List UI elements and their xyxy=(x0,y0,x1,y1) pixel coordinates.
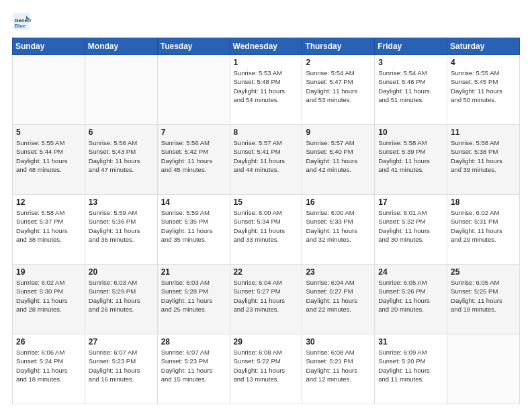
calendar-week-row: 5Sunrise: 5:55 AM Sunset: 5:44 PM Daylig… xyxy=(13,125,520,195)
calendar-cell: 10Sunrise: 5:58 AM Sunset: 5:39 PM Dayli… xyxy=(375,125,447,195)
day-number: 31 xyxy=(378,337,443,347)
day-info: Sunrise: 6:05 AM Sunset: 5:26 PM Dayligh… xyxy=(378,278,443,314)
day-number: 1 xyxy=(234,58,299,67)
weekday-header-thursday: Thursday xyxy=(302,38,375,55)
calendar-cell xyxy=(13,55,85,125)
weekday-header-saturday: Saturday xyxy=(447,38,520,55)
day-info: Sunrise: 6:00 AM Sunset: 5:34 PM Dayligh… xyxy=(234,208,299,244)
day-info: Sunrise: 6:05 AM Sunset: 5:25 PM Dayligh… xyxy=(451,278,516,314)
calendar-cell: 28Sunrise: 6:07 AM Sunset: 5:23 PM Dayli… xyxy=(157,334,230,404)
day-number: 16 xyxy=(306,197,371,207)
calendar-cell: 16Sunrise: 6:00 AM Sunset: 5:33 PM Dayli… xyxy=(302,195,375,265)
day-info: Sunrise: 5:54 AM Sunset: 5:47 PM Dayligh… xyxy=(306,68,371,104)
day-info: Sunrise: 6:00 AM Sunset: 5:33 PM Dayligh… xyxy=(306,208,371,244)
day-number: 27 xyxy=(89,337,154,347)
day-info: Sunrise: 6:08 AM Sunset: 5:22 PM Dayligh… xyxy=(234,348,299,383)
weekday-header-sunday: Sunday xyxy=(13,38,85,55)
weekday-header-friday: Friday xyxy=(375,38,447,55)
calendar-cell: 15Sunrise: 6:00 AM Sunset: 5:34 PM Dayli… xyxy=(230,195,302,265)
calendar-cell: 11Sunrise: 5:58 AM Sunset: 5:38 PM Dayli… xyxy=(447,125,520,195)
header: General Blue xyxy=(12,12,520,31)
day-info: Sunrise: 5:54 AM Sunset: 5:46 PM Dayligh… xyxy=(378,68,443,104)
calendar-week-row: 1Sunrise: 5:53 AM Sunset: 5:48 PM Daylig… xyxy=(13,55,520,125)
weekday-header-row: SundayMondayTuesdayWednesdayThursdayFrid… xyxy=(13,38,520,55)
calendar-table: SundayMondayTuesdayWednesdayThursdayFrid… xyxy=(12,38,520,404)
day-info: Sunrise: 6:09 AM Sunset: 5:20 PM Dayligh… xyxy=(378,348,443,383)
calendar-week-row: 19Sunrise: 6:02 AM Sunset: 5:30 PM Dayli… xyxy=(13,265,520,334)
day-number: 13 xyxy=(89,197,154,207)
day-number: 6 xyxy=(89,128,154,137)
day-number: 18 xyxy=(451,197,516,207)
day-info: Sunrise: 6:04 AM Sunset: 5:27 PM Dayligh… xyxy=(306,278,371,314)
day-info: Sunrise: 6:07 AM Sunset: 5:23 PM Dayligh… xyxy=(161,348,226,383)
calendar-cell: 26Sunrise: 6:06 AM Sunset: 5:24 PM Dayli… xyxy=(13,334,85,404)
svg-text:Blue: Blue xyxy=(15,23,26,29)
day-info: Sunrise: 6:02 AM Sunset: 5:30 PM Dayligh… xyxy=(16,278,81,314)
calendar-cell: 5Sunrise: 5:55 AM Sunset: 5:44 PM Daylig… xyxy=(13,125,85,195)
day-info: Sunrise: 5:57 AM Sunset: 5:41 PM Dayligh… xyxy=(234,138,299,174)
day-number: 10 xyxy=(378,128,443,137)
calendar-cell: 17Sunrise: 6:01 AM Sunset: 5:32 PM Dayli… xyxy=(375,195,447,265)
day-number: 29 xyxy=(234,337,299,347)
logo-icon: General Blue xyxy=(12,12,31,31)
day-number: 21 xyxy=(161,267,226,277)
weekday-header-monday: Monday xyxy=(85,38,157,55)
day-info: Sunrise: 6:08 AM Sunset: 5:21 PM Dayligh… xyxy=(306,348,371,383)
calendar-cell: 27Sunrise: 6:07 AM Sunset: 5:23 PM Dayli… xyxy=(85,334,157,404)
day-number: 22 xyxy=(234,267,299,277)
calendar-cell: 19Sunrise: 6:02 AM Sunset: 5:30 PM Dayli… xyxy=(13,265,85,334)
calendar-cell: 7Sunrise: 5:56 AM Sunset: 5:42 PM Daylig… xyxy=(157,125,230,195)
day-number: 5 xyxy=(16,128,81,137)
calendar-cell: 2Sunrise: 5:54 AM Sunset: 5:47 PM Daylig… xyxy=(302,55,375,125)
calendar-week-row: 26Sunrise: 6:06 AM Sunset: 5:24 PM Dayli… xyxy=(13,334,520,404)
calendar-cell: 6Sunrise: 5:56 AM Sunset: 5:43 PM Daylig… xyxy=(85,125,157,195)
day-number: 19 xyxy=(16,267,81,277)
calendar-cell: 25Sunrise: 6:05 AM Sunset: 5:25 PM Dayli… xyxy=(447,265,520,334)
day-number: 15 xyxy=(234,197,299,207)
day-number: 11 xyxy=(451,128,516,137)
day-info: Sunrise: 6:03 AM Sunset: 5:28 PM Dayligh… xyxy=(161,278,226,314)
day-number: 2 xyxy=(306,58,371,67)
day-number: 24 xyxy=(378,267,443,277)
weekday-header-wednesday: Wednesday xyxy=(230,38,302,55)
calendar-cell: 31Sunrise: 6:09 AM Sunset: 5:20 PM Dayli… xyxy=(375,334,447,404)
calendar-cell: 21Sunrise: 6:03 AM Sunset: 5:28 PM Dayli… xyxy=(157,265,230,334)
calendar-cell: 14Sunrise: 5:59 AM Sunset: 5:35 PM Dayli… xyxy=(157,195,230,265)
day-info: Sunrise: 6:04 AM Sunset: 5:27 PM Dayligh… xyxy=(234,278,299,314)
calendar-cell: 20Sunrise: 6:03 AM Sunset: 5:29 PM Dayli… xyxy=(85,265,157,334)
calendar-cell: 23Sunrise: 6:04 AM Sunset: 5:27 PM Dayli… xyxy=(302,265,375,334)
calendar-cell: 3Sunrise: 5:54 AM Sunset: 5:46 PM Daylig… xyxy=(375,55,447,125)
day-info: Sunrise: 6:01 AM Sunset: 5:32 PM Dayligh… xyxy=(378,208,443,244)
day-info: Sunrise: 5:58 AM Sunset: 5:37 PM Dayligh… xyxy=(16,208,81,244)
day-number: 7 xyxy=(161,128,226,137)
calendar-cell: 29Sunrise: 6:08 AM Sunset: 5:22 PM Dayli… xyxy=(230,334,302,404)
day-info: Sunrise: 6:03 AM Sunset: 5:29 PM Dayligh… xyxy=(89,278,154,314)
day-info: Sunrise: 6:06 AM Sunset: 5:24 PM Dayligh… xyxy=(16,348,81,383)
calendar-cell: 13Sunrise: 5:59 AM Sunset: 5:36 PM Dayli… xyxy=(85,195,157,265)
logo: General Blue xyxy=(12,12,34,31)
calendar-cell: 12Sunrise: 5:58 AM Sunset: 5:37 PM Dayli… xyxy=(13,195,85,265)
day-number: 9 xyxy=(306,128,371,137)
day-number: 26 xyxy=(16,337,81,347)
calendar-cell xyxy=(447,334,520,404)
day-number: 12 xyxy=(16,197,81,207)
calendar-cell: 8Sunrise: 5:57 AM Sunset: 5:41 PM Daylig… xyxy=(230,125,302,195)
day-info: Sunrise: 5:56 AM Sunset: 5:43 PM Dayligh… xyxy=(89,138,154,174)
day-number: 4 xyxy=(451,58,516,67)
day-info: Sunrise: 6:02 AM Sunset: 5:31 PM Dayligh… xyxy=(451,208,516,244)
day-number: 28 xyxy=(161,337,226,347)
day-info: Sunrise: 6:07 AM Sunset: 5:23 PM Dayligh… xyxy=(89,348,154,383)
day-number: 14 xyxy=(161,197,226,207)
calendar-cell xyxy=(85,55,157,125)
weekday-header-tuesday: Tuesday xyxy=(157,38,230,55)
day-info: Sunrise: 5:58 AM Sunset: 5:39 PM Dayligh… xyxy=(378,138,443,174)
day-info: Sunrise: 5:55 AM Sunset: 5:44 PM Dayligh… xyxy=(16,138,81,174)
calendar-cell: 4Sunrise: 5:55 AM Sunset: 5:45 PM Daylig… xyxy=(447,55,520,125)
calendar-week-row: 12Sunrise: 5:58 AM Sunset: 5:37 PM Dayli… xyxy=(13,195,520,265)
day-number: 25 xyxy=(451,267,516,277)
day-info: Sunrise: 5:59 AM Sunset: 5:35 PM Dayligh… xyxy=(161,208,226,244)
day-info: Sunrise: 5:55 AM Sunset: 5:45 PM Dayligh… xyxy=(451,68,516,104)
day-info: Sunrise: 5:59 AM Sunset: 5:36 PM Dayligh… xyxy=(89,208,154,244)
calendar-cell xyxy=(157,55,230,125)
day-number: 30 xyxy=(306,337,371,347)
